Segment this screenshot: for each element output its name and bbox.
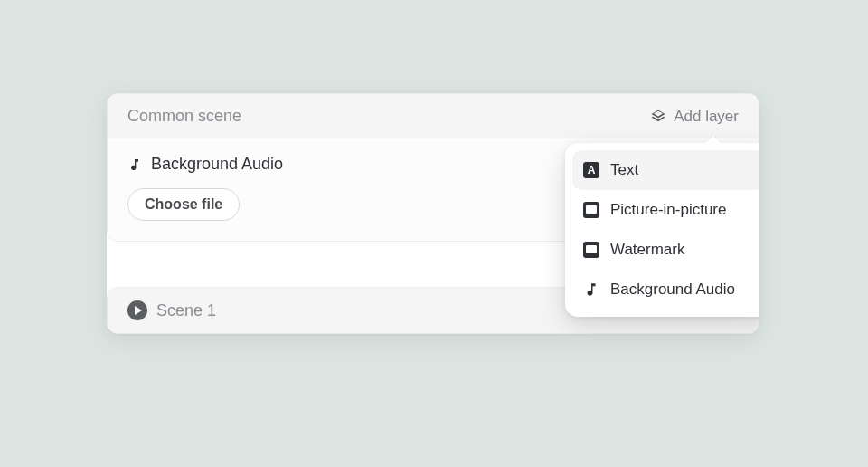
scene-1-title: Scene 1 (156, 301, 216, 320)
layers-icon (650, 109, 666, 125)
dropdown-item-label: Text (610, 161, 638, 179)
dropdown-item-label: Background Audio (610, 281, 735, 299)
dropdown-item-bg-audio[interactable]: Background Audio (572, 270, 760, 310)
svg-rect-3 (586, 205, 597, 214)
common-scene-card: Common scene Add layer A Text (107, 93, 760, 242)
dropdown-item-label: Picture-in-picture (610, 201, 727, 219)
common-scene-header: Common scene Add layer A Text (108, 94, 759, 138)
watermark-icon (583, 242, 599, 258)
music-note-icon (127, 157, 142, 172)
svg-rect-5 (586, 245, 597, 253)
dropdown-item-label: Watermark (610, 241, 685, 259)
add-layer-dropdown: A Text Picture-in-picture Watermark (565, 143, 760, 317)
dropdown-item-text[interactable]: A Text (572, 150, 760, 190)
add-layer-label: Add layer (674, 108, 739, 126)
choose-file-button[interactable]: Choose file (127, 188, 240, 221)
common-scene-title: Common scene (127, 107, 241, 126)
pip-icon (583, 202, 599, 218)
dropdown-item-pip[interactable]: Picture-in-picture (572, 190, 760, 230)
scenes-panel: Common scene Add layer A Text (107, 93, 760, 334)
play-icon[interactable] (127, 300, 147, 320)
choose-file-label: Choose file (145, 196, 222, 213)
layer-label: Background Audio (151, 155, 283, 174)
add-layer-button[interactable]: Add layer (650, 108, 739, 126)
svg-text:A: A (588, 164, 596, 176)
text-icon: A (583, 162, 599, 178)
scene-1-title-row: Scene 1 (127, 300, 216, 320)
music-note-icon (583, 281, 599, 298)
dropdown-item-watermark[interactable]: Watermark (572, 230, 760, 270)
